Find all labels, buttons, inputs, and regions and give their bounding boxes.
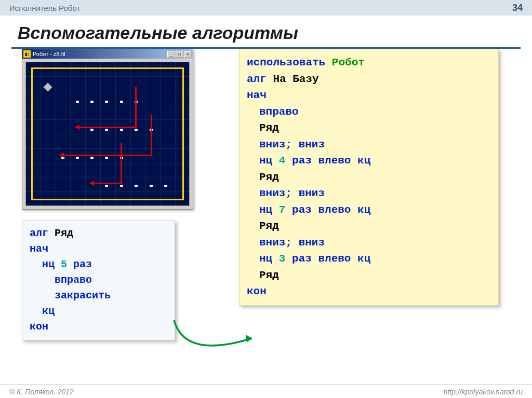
connector-arrow (169, 318, 257, 369)
code-line: Ряд (247, 169, 491, 186)
footer: © К. Поляков, 2012 http://kpolyakov.naro… (0, 385, 532, 398)
code-line: использовать Робот (247, 54, 491, 71)
code-line: нач (30, 241, 167, 257)
slide: Исполнитель Робот 34 Вспомогательные алг… (0, 0, 532, 398)
code-line: вправо (247, 104, 491, 120)
content-area: ◧ Робот - z8.fil _ □ × // placeholder — … (0, 49, 532, 381)
window-title: Робот - z8.fil (33, 51, 167, 57)
robot-field: // placeholder — grid drawn below with f… (25, 62, 190, 206)
maximize-button[interactable]: □ (176, 51, 183, 58)
code-line: алг Ряд (30, 226, 167, 241)
field-wall (31, 67, 184, 200)
page-title: Вспомогательные алгоритмы (0, 16, 532, 47)
code-line: закрасить (30, 288, 167, 304)
minimize-button[interactable]: _ (167, 51, 175, 58)
code-line: нц 5 раз (30, 257, 167, 272)
code-line: Ряд (247, 120, 491, 136)
code-line: алг На Базу (247, 71, 491, 88)
robot-window: ◧ Робот - z8.fil _ □ × // placeholder — … (22, 49, 193, 210)
code-line: нач (247, 87, 491, 104)
page-number: 34 (512, 3, 523, 13)
copyright: © К. Поляков, 2012 (9, 388, 444, 396)
app-icon: ◧ (23, 50, 31, 58)
code-line: вниз; вниз (247, 136, 491, 153)
header-bar: Исполнитель Робот 34 (0, 0, 532, 16)
code-line: нц 3 раз влево кц (247, 251, 491, 267)
code-line: вниз; вниз (247, 185, 491, 202)
code-line: вниз; вниз (247, 235, 491, 251)
window-titlebar: ◧ Робот - z8.fil _ □ × (22, 49, 193, 59)
svg-marker-0 (246, 335, 252, 342)
code-line: нц 7 раз влево кц (247, 202, 491, 218)
header-title: Исполнитель Робот (9, 4, 512, 12)
code-line: кон (30, 319, 167, 335)
code-line: вправо (30, 272, 167, 288)
code-line: Ряд (247, 218, 491, 235)
main-algorithm-code: использовать Робот алг На Базу нач вправ… (239, 49, 499, 306)
code-line: нц 4 раз влево кц (247, 153, 491, 169)
code-line: кц (30, 304, 167, 319)
footer-url: http://kpolyakov.narod.ru (444, 388, 523, 396)
sub-algorithm-code: алг Ряд нач нц 5 раз вправо закрасить кц… (22, 220, 175, 340)
close-button[interactable]: × (184, 51, 192, 58)
code-line: кон (247, 283, 491, 300)
code-line: Ряд (247, 267, 491, 284)
